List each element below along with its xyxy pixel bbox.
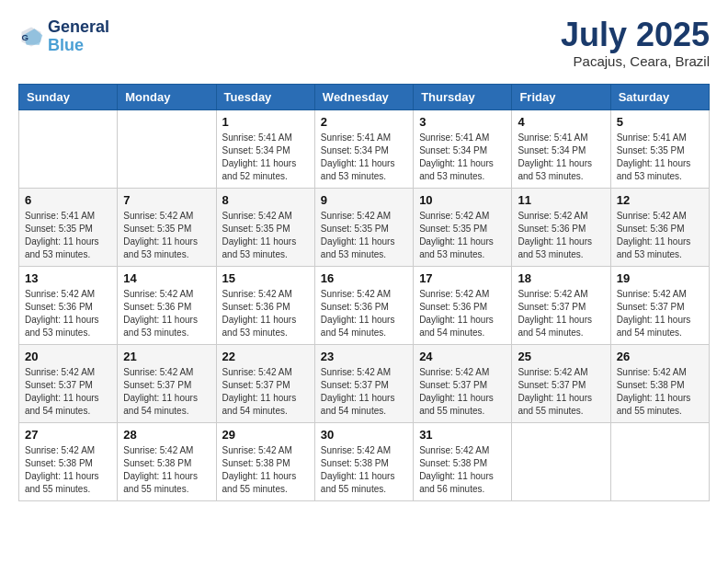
day-detail: Sunrise: 5:42 AM Sunset: 5:35 PM Dayligh… bbox=[123, 210, 210, 261]
day-number: 19 bbox=[617, 271, 703, 285]
logo-icon: G bbox=[18, 24, 44, 50]
logo: G GeneralBlue bbox=[18, 18, 109, 55]
day-detail: Sunrise: 5:41 AM Sunset: 5:34 PM Dayligh… bbox=[518, 132, 604, 183]
weekday-header-saturday: Saturday bbox=[610, 85, 709, 110]
calendar-week-3: 13Sunrise: 5:42 AM Sunset: 5:36 PM Dayli… bbox=[19, 267, 710, 345]
day-number: 31 bbox=[419, 428, 506, 442]
day-detail: Sunrise: 5:42 AM Sunset: 5:36 PM Dayligh… bbox=[123, 288, 210, 339]
calendar-cell: 9Sunrise: 5:42 AM Sunset: 5:35 PM Daylig… bbox=[314, 189, 413, 267]
calendar-cell: 14Sunrise: 5:42 AM Sunset: 5:36 PM Dayli… bbox=[118, 267, 216, 345]
calendar-cell: 15Sunrise: 5:42 AM Sunset: 5:36 PM Dayli… bbox=[216, 267, 314, 345]
day-number: 4 bbox=[518, 115, 604, 129]
day-detail: Sunrise: 5:42 AM Sunset: 5:38 PM Dayligh… bbox=[25, 444, 111, 496]
day-detail: Sunrise: 5:42 AM Sunset: 5:35 PM Dayligh… bbox=[321, 210, 407, 261]
calendar-cell: 20Sunrise: 5:42 AM Sunset: 5:37 PM Dayli… bbox=[19, 345, 118, 423]
day-number: 3 bbox=[419, 115, 506, 129]
day-number: 7 bbox=[123, 193, 210, 207]
page-header: G GeneralBlue July 2025 Pacajus, Ceara, … bbox=[18, 18, 710, 69]
day-number: 30 bbox=[321, 428, 407, 442]
calendar-week-4: 20Sunrise: 5:42 AM Sunset: 5:37 PM Dayli… bbox=[19, 345, 710, 423]
day-detail: Sunrise: 5:42 AM Sunset: 5:35 PM Dayligh… bbox=[419, 210, 506, 261]
calendar-cell: 31Sunrise: 5:42 AM Sunset: 5:38 PM Dayli… bbox=[414, 423, 512, 501]
calendar-week-5: 27Sunrise: 5:42 AM Sunset: 5:38 PM Dayli… bbox=[19, 423, 710, 501]
calendar-cell: 8Sunrise: 5:42 AM Sunset: 5:35 PM Daylig… bbox=[216, 189, 314, 267]
day-number: 11 bbox=[518, 193, 604, 207]
day-number: 13 bbox=[25, 271, 111, 285]
weekday-header-tuesday: Tuesday bbox=[216, 85, 314, 110]
calendar-cell bbox=[512, 423, 610, 501]
calendar-cell: 3Sunrise: 5:41 AM Sunset: 5:34 PM Daylig… bbox=[414, 110, 512, 189]
day-detail: Sunrise: 5:42 AM Sunset: 5:36 PM Dayligh… bbox=[518, 210, 604, 261]
calendar-cell: 2Sunrise: 5:41 AM Sunset: 5:34 PM Daylig… bbox=[314, 110, 413, 189]
day-detail: Sunrise: 5:42 AM Sunset: 5:38 PM Dayligh… bbox=[222, 444, 309, 496]
day-number: 10 bbox=[419, 193, 506, 207]
calendar-cell: 29Sunrise: 5:42 AM Sunset: 5:38 PM Dayli… bbox=[216, 423, 314, 501]
calendar-cell: 28Sunrise: 5:42 AM Sunset: 5:38 PM Dayli… bbox=[118, 423, 216, 501]
calendar-cell: 30Sunrise: 5:42 AM Sunset: 5:38 PM Dayli… bbox=[314, 423, 413, 501]
day-number: 25 bbox=[518, 350, 604, 363]
day-detail: Sunrise: 5:42 AM Sunset: 5:38 PM Dayligh… bbox=[419, 444, 506, 496]
calendar-cell: 12Sunrise: 5:42 AM Sunset: 5:36 PM Dayli… bbox=[610, 189, 709, 267]
day-detail: Sunrise: 5:42 AM Sunset: 5:37 PM Dayligh… bbox=[518, 288, 604, 339]
day-number: 8 bbox=[222, 193, 309, 207]
day-detail: Sunrise: 5:42 AM Sunset: 5:36 PM Dayligh… bbox=[321, 288, 407, 339]
weekday-header-thursday: Thursday bbox=[414, 85, 512, 110]
weekday-header-sunday: Sunday bbox=[19, 85, 118, 110]
calendar-cell: 21Sunrise: 5:42 AM Sunset: 5:37 PM Dayli… bbox=[118, 345, 216, 423]
day-detail: Sunrise: 5:42 AM Sunset: 5:38 PM Dayligh… bbox=[617, 366, 703, 418]
day-detail: Sunrise: 5:41 AM Sunset: 5:34 PM Dayligh… bbox=[419, 132, 506, 183]
day-number: 23 bbox=[321, 350, 407, 363]
day-detail: Sunrise: 5:42 AM Sunset: 5:36 PM Dayligh… bbox=[222, 288, 309, 339]
day-detail: Sunrise: 5:42 AM Sunset: 5:37 PM Dayligh… bbox=[321, 366, 407, 418]
day-number: 14 bbox=[123, 271, 210, 285]
day-detail: Sunrise: 5:42 AM Sunset: 5:37 PM Dayligh… bbox=[518, 366, 604, 418]
day-detail: Sunrise: 5:42 AM Sunset: 5:36 PM Dayligh… bbox=[419, 288, 506, 339]
calendar-cell: 18Sunrise: 5:42 AM Sunset: 5:37 PM Dayli… bbox=[512, 267, 610, 345]
day-number: 26 bbox=[617, 350, 703, 363]
day-number: 15 bbox=[222, 271, 309, 285]
day-detail: Sunrise: 5:42 AM Sunset: 5:36 PM Dayligh… bbox=[617, 210, 703, 261]
day-detail: Sunrise: 5:42 AM Sunset: 5:37 PM Dayligh… bbox=[25, 366, 111, 418]
calendar-week-2: 6Sunrise: 5:41 AM Sunset: 5:35 PM Daylig… bbox=[19, 189, 710, 267]
day-detail: Sunrise: 5:42 AM Sunset: 5:36 PM Dayligh… bbox=[25, 288, 111, 339]
calendar-cell: 7Sunrise: 5:42 AM Sunset: 5:35 PM Daylig… bbox=[118, 189, 216, 267]
day-detail: Sunrise: 5:41 AM Sunset: 5:34 PM Dayligh… bbox=[222, 132, 309, 183]
day-detail: Sunrise: 5:42 AM Sunset: 5:35 PM Dayligh… bbox=[222, 210, 309, 261]
day-detail: Sunrise: 5:42 AM Sunset: 5:38 PM Dayligh… bbox=[321, 444, 407, 496]
day-number: 24 bbox=[419, 350, 506, 363]
day-number: 29 bbox=[222, 428, 309, 442]
day-number: 20 bbox=[25, 350, 111, 363]
day-number: 9 bbox=[321, 193, 407, 207]
day-number: 21 bbox=[123, 350, 210, 363]
svg-text:G: G bbox=[22, 31, 28, 41]
weekday-header-row: SundayMondayTuesdayWednesdayThursdayFrid… bbox=[19, 85, 710, 110]
calendar-cell: 11Sunrise: 5:42 AM Sunset: 5:36 PM Dayli… bbox=[512, 189, 610, 267]
calendar-cell bbox=[118, 110, 216, 189]
month-year: July 2025 bbox=[561, 18, 710, 52]
day-number: 16 bbox=[321, 271, 407, 285]
calendar-cell: 4Sunrise: 5:41 AM Sunset: 5:34 PM Daylig… bbox=[512, 110, 610, 189]
title-block: July 2025 Pacajus, Ceara, Brazil bbox=[561, 18, 710, 69]
calendar-cell: 27Sunrise: 5:42 AM Sunset: 5:38 PM Dayli… bbox=[19, 423, 118, 501]
weekday-header-friday: Friday bbox=[512, 85, 610, 110]
calendar-cell: 23Sunrise: 5:42 AM Sunset: 5:37 PM Dayli… bbox=[314, 345, 413, 423]
day-number: 12 bbox=[617, 193, 703, 207]
location: Pacajus, Ceara, Brazil bbox=[561, 53, 710, 69]
day-number: 17 bbox=[419, 271, 506, 285]
day-detail: Sunrise: 5:42 AM Sunset: 5:37 PM Dayligh… bbox=[419, 366, 506, 418]
calendar-cell: 5Sunrise: 5:41 AM Sunset: 5:35 PM Daylig… bbox=[610, 110, 709, 189]
day-detail: Sunrise: 5:42 AM Sunset: 5:37 PM Dayligh… bbox=[617, 288, 703, 339]
day-number: 1 bbox=[222, 115, 309, 129]
weekday-header-wednesday: Wednesday bbox=[314, 85, 413, 110]
calendar-cell bbox=[19, 110, 118, 189]
calendar-cell: 1Sunrise: 5:41 AM Sunset: 5:34 PM Daylig… bbox=[216, 110, 314, 189]
day-number: 22 bbox=[222, 350, 309, 363]
day-number: 28 bbox=[123, 428, 210, 442]
calendar-table: SundayMondayTuesdayWednesdayThursdayFrid… bbox=[18, 84, 710, 501]
calendar-week-1: 1Sunrise: 5:41 AM Sunset: 5:34 PM Daylig… bbox=[19, 110, 710, 189]
calendar-cell: 24Sunrise: 5:42 AM Sunset: 5:37 PM Dayli… bbox=[414, 345, 512, 423]
calendar-cell: 16Sunrise: 5:42 AM Sunset: 5:36 PM Dayli… bbox=[314, 267, 413, 345]
calendar-cell bbox=[610, 423, 709, 501]
day-detail: Sunrise: 5:42 AM Sunset: 5:37 PM Dayligh… bbox=[123, 366, 210, 418]
calendar-cell: 22Sunrise: 5:42 AM Sunset: 5:37 PM Dayli… bbox=[216, 345, 314, 423]
